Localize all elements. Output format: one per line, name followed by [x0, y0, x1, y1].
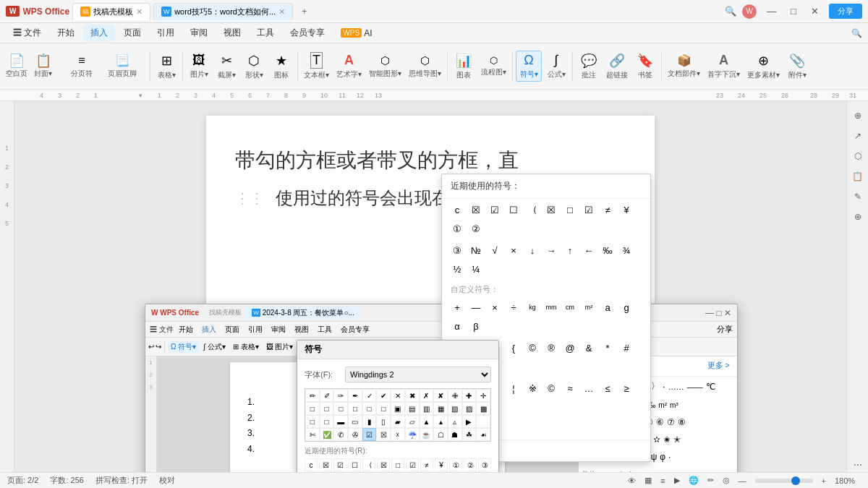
dr-c[interactable]: c — [305, 458, 318, 471]
maximize-button[interactable]: □ — [786, 4, 801, 18]
menu-file[interactable]: ☰ 文件 — [6, 25, 48, 41]
sym-box-x1[interactable]: ☒ — [468, 202, 484, 218]
toolbar-table[interactable]: ⊞ 表格▾ — [153, 51, 179, 82]
sym-no[interactable]: № — [468, 242, 484, 258]
dr-xbox2[interactable]: ☒ — [377, 458, 390, 471]
right-btn-2[interactable]: ↗ — [851, 129, 865, 143]
gc-bsq[interactable]: ▣ — [391, 402, 405, 415]
minimize-button[interactable]: — — [762, 4, 780, 18]
zoom-out-btn[interactable]: — — [739, 476, 746, 485]
sym-circled1[interactable]: ① — [449, 221, 465, 236]
inner-sym-dot[interactable]: · — [661, 380, 667, 393]
toolbar-flowchart[interactable]: ⬡ 流程图▾ — [478, 53, 509, 79]
sym-a[interactable]: a — [600, 299, 616, 315]
gc-tri4[interactable]: ▲ — [420, 415, 434, 428]
menu-tools[interactable]: 工具 — [250, 25, 281, 41]
inner-tab-more[interactable]: 更多 > — [700, 356, 737, 376]
inner-share-btn[interactable]: 分享 — [717, 324, 733, 335]
inner-menu-ref[interactable]: 引用 — [244, 325, 266, 335]
status-play-icon[interactable]: ▶ — [674, 476, 680, 485]
gc-x1[interactable]: ✕ — [391, 389, 405, 402]
gc-chess2[interactable]: ☗ — [448, 428, 462, 441]
right-btn-5[interactable]: ✎ — [851, 189, 865, 204]
dr-xbox[interactable]: ☒ — [319, 458, 332, 471]
status-layout-icon[interactable]: ▦ — [644, 476, 652, 485]
inner-sym-tri3[interactable]: ▻ — [638, 468, 647, 472]
inner-menu-view[interactable]: 视图 — [291, 325, 312, 335]
sym-leftarrow[interactable]: ← — [581, 242, 597, 258]
inner-menu-tools[interactable]: 工具 — [314, 325, 336, 335]
toolbar-cover[interactable]: 📋 封面▾ — [31, 53, 67, 80]
inner-sym-lr[interactable]: ↔ — [600, 468, 612, 472]
sym-reg[interactable]: ® — [543, 340, 559, 356]
toolbar-page-break[interactable]: ≡ 分页符 — [68, 53, 104, 80]
toolbar-formula[interactable]: ∫ 公式▾ — [543, 51, 569, 81]
gc-sq10[interactable]: ▦ — [433, 402, 448, 415]
gc-r2[interactable]: □ — [320, 415, 334, 428]
toolbar-bookmark[interactable]: 🔖 书签 — [632, 51, 658, 82]
user-avatar[interactable]: W — [742, 4, 757, 19]
inner-sym-c7[interactable]: ⑦ — [665, 416, 676, 429]
sym-square[interactable]: □ — [562, 202, 578, 218]
sym-approx[interactable]: ≈ — [562, 380, 578, 396]
gc-cup[interactable]: ☕ — [420, 428, 434, 441]
gc-sq12[interactable]: ▨ — [462, 402, 477, 415]
dr-yen[interactable]: ¥ — [435, 458, 448, 471]
toolbar-mindmap[interactable]: ⬡ 思维导图▾ — [406, 53, 444, 80]
gc-sq13[interactable]: ▩ — [476, 402, 490, 415]
toolbar-header-footer[interactable]: 📃 页眉页脚 — [105, 52, 147, 80]
inner-sym-emdash[interactable]: —— — [686, 381, 705, 393]
dr-c3[interactable]: ③ — [478, 458, 491, 471]
inner-tb-undo[interactable]: ↩ — [148, 343, 154, 351]
dr-neq[interactable]: ≠ — [420, 458, 433, 471]
sym-m2[interactable]: m² — [581, 299, 597, 315]
toolbar-chart[interactable]: 📊 图表 — [451, 51, 477, 82]
gc-para1[interactable]: ▰ — [391, 415, 405, 428]
gc-cross2[interactable]: ✛ — [476, 389, 490, 402]
gc-r1[interactable]: □ — [305, 415, 320, 428]
inner-sym-midot[interactable]: · — [667, 450, 672, 463]
inner-sym-wave[interactable]: ↝ — [647, 468, 658, 472]
gc-sq6[interactable]: □ — [376, 402, 391, 415]
toolbar-art[interactable]: A 艺术字▾ — [333, 51, 365, 81]
gc-sq8[interactable]: ▤ — [405, 402, 420, 415]
sym-box1[interactable]: ☐ — [506, 202, 522, 218]
inner-template-tab[interactable]: 找稿壳模板 — [209, 308, 242, 317]
toolbar-doc-part[interactable]: 📦 文档部件▾ — [665, 52, 703, 80]
gc-ccheck[interactable]: ✅ — [320, 428, 334, 441]
gc-nib[interactable]: ✒ — [348, 389, 362, 402]
gc-x4[interactable]: ✘ — [433, 389, 448, 402]
sym-times[interactable]: × — [506, 242, 522, 258]
inner-sym-st7[interactable]: ✬ — [662, 433, 672, 446]
tab-word[interactable]: W word技巧5：word文档如何... ✕ — [153, 3, 293, 20]
inner-menu-page[interactable]: 页面 — [221, 325, 243, 335]
font-select[interactable]: Wingdings 2 — [345, 367, 491, 382]
gc-sq3[interactable]: □ — [333, 402, 348, 415]
dr-paren[interactable]: （ — [362, 458, 375, 471]
gc-chess1[interactable]: ☖ — [433, 428, 448, 441]
menu-insert[interactable]: 插入 — [83, 25, 115, 41]
zoom-in-btn[interactable]: + — [822, 476, 826, 485]
sym-circled3[interactable]: ③ — [449, 242, 465, 258]
sym-beta[interactable]: β — [468, 318, 484, 334]
sym-14[interactable]: ¼ — [468, 261, 484, 277]
dr-box[interactable]: □ — [391, 458, 404, 471]
toolbar-hyperlink[interactable]: 🔗 超链接 — [603, 51, 631, 82]
inner-sym-c6[interactable]: ⑥ — [655, 416, 665, 429]
gc-dash2[interactable]: ▭ — [348, 415, 362, 428]
sym-brace[interactable]: { — [506, 340, 522, 356]
sym-check2[interactable]: ☑ — [581, 202, 597, 218]
gc-check2[interactable]: ✔ — [376, 389, 391, 402]
status-pen-icon[interactable]: ✏ — [707, 476, 714, 485]
sym-copy2[interactable]: © — [543, 380, 559, 396]
drag-handle[interactable]: ⋮⋮ — [235, 189, 264, 207]
toolbar-blank-page[interactable]: 📄 空白页 — [3, 53, 30, 80]
sym-yen[interactable]: ¥ — [618, 202, 634, 218]
sym-ref[interactable]: ※ — [524, 380, 540, 396]
gc-checkbox-sel[interactable]: ☑ — [362, 428, 377, 441]
inner-sym-m3[interactable]: m³ — [668, 400, 680, 411]
gc-sq5[interactable]: □ — [362, 402, 377, 415]
gc-dash1[interactable]: ▬ — [333, 415, 348, 428]
gc-sq1[interactable]: □ — [305, 402, 320, 415]
menu-search[interactable]: 🔍 — [851, 28, 862, 38]
